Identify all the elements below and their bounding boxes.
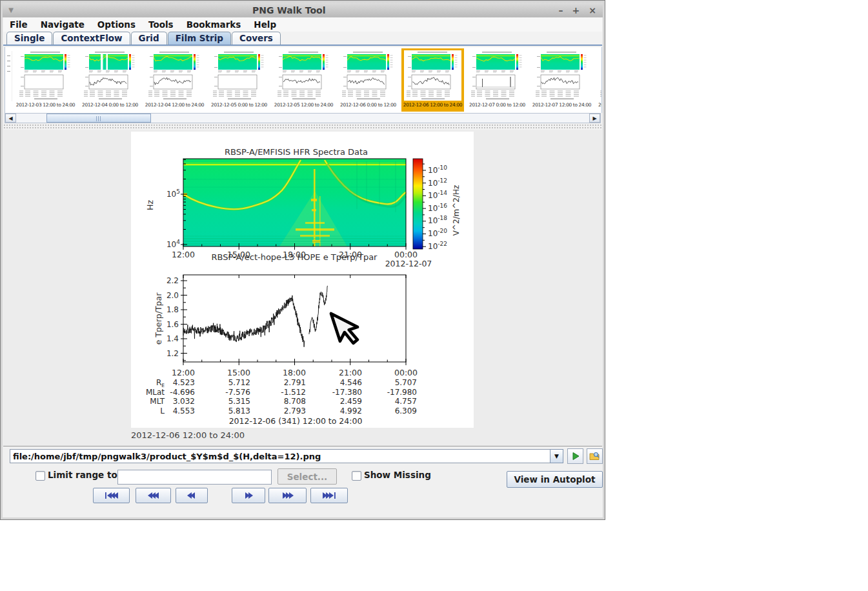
svg-text:MLT: MLT	[150, 397, 165, 406]
svg-text:RE: RE	[156, 378, 165, 388]
minimize-button[interactable]: –	[559, 6, 563, 15]
tab-grid[interactable]: Grid	[131, 32, 167, 45]
svg-text:5.315: 5.315	[228, 397, 250, 406]
svg-text:00:00: 00:00	[394, 368, 418, 377]
previous-fast-button[interactable]	[136, 488, 171, 503]
last-image-button[interactable]	[310, 488, 348, 503]
first-image-button[interactable]	[93, 488, 130, 503]
svg-text:5.707: 5.707	[395, 378, 417, 387]
maximize-button[interactable]: +	[572, 6, 580, 15]
reload-button[interactable]	[567, 448, 583, 464]
thumbnail-image	[81, 50, 139, 101]
control-panel: ▼ Limit range to: Select... Show Missing…	[3, 446, 602, 517]
svg-text:3.032: 3.032	[173, 397, 195, 406]
film-strip-thumbnail[interactable]: 2012-12-04 0:00 to 12:00	[79, 48, 141, 112]
window-title: PNG Walk Tool	[19, 5, 559, 15]
browse-folder-button[interactable]	[587, 448, 603, 464]
menu-file[interactable]: File	[3, 18, 34, 31]
previous-image-button[interactable]	[176, 488, 208, 503]
thumbnail-partial-left[interactable]	[6, 51, 12, 101]
svg-text:105: 105	[167, 188, 180, 199]
show-missing-label: Show Missing	[364, 470, 431, 480]
select-range-button[interactable]: Select...	[278, 468, 337, 485]
svg-text:-1.512: -1.512	[281, 388, 306, 397]
plot1-ylabel: Hz	[145, 200, 155, 210]
menu-bookmarks[interactable]: Bookmarks	[180, 18, 248, 31]
image-caption: 2012-12-06 12:00 to 24:00	[131, 430, 245, 440]
screen: { "window": {"title": "PNG Walk Tool", "…	[0, 0, 868, 591]
view-tabs: Single ContextFlow Grid Film Strip Cover…	[3, 32, 602, 46]
split-divider[interactable]	[3, 124, 602, 130]
scroll-left-button[interactable]: ◀	[5, 114, 16, 123]
film-strip-thumbnail[interactable]: 2012-12-05 0:00 to 12:00	[208, 48, 270, 112]
svg-text:4.546: 4.546	[340, 378, 362, 387]
plot2-yticks: 2.2 2.0 1.8 1.6 1.4 1.2	[167, 276, 179, 358]
svg-text:10-18: 10-18	[428, 215, 447, 225]
tab-film-strip[interactable]: Film Strip	[168, 32, 231, 45]
menu-options[interactable]: Options	[91, 18, 142, 31]
svg-text:4.757: 4.757	[395, 397, 417, 406]
close-button[interactable]: ×	[589, 6, 596, 15]
film-strip-thumbnail[interactable]: 2012-12-05 12:00 to 24:00	[272, 48, 335, 112]
window-menu-icon[interactable]: ▼	[3, 6, 19, 14]
tab-single[interactable]: Single	[6, 32, 52, 45]
scroll-right-button[interactable]: ▶	[589, 114, 600, 123]
show-missing-checkbox[interactable]	[352, 471, 361, 481]
film-strip-thumbnail[interactable]: 2012-12-07 0:00 to 12:00	[466, 48, 529, 112]
tab-contextflow[interactable]: ContextFlow	[53, 32, 130, 45]
thumbnail-label: 2012-12-05 12:00 to 24:00	[272, 102, 335, 108]
rewind-3-icon	[145, 492, 162, 499]
folder-search-icon	[589, 452, 600, 461]
menu-navigate[interactable]: Navigate	[34, 18, 91, 31]
thumbnail-image	[533, 50, 590, 101]
svg-text:L: L	[160, 406, 165, 416]
skip-to-first-icon	[103, 492, 120, 499]
thumbnail-image	[339, 50, 397, 101]
svg-text:10-10: 10-10	[428, 165, 447, 175]
film-strip-scrollbar[interactable]: ◀ ▶	[5, 113, 601, 123]
svg-text:104: 104	[167, 239, 180, 249]
film-strip-thumbnail[interactable]: 2012-12-04 12:00 to 24:00	[143, 48, 206, 112]
svg-text:5.712: 5.712	[228, 378, 250, 387]
svg-text:-17.980: -17.980	[387, 388, 417, 397]
menu-tools[interactable]: Tools	[142, 18, 180, 31]
film-strip-thumbnail[interactable]: 2012-12-06 0:00 to 12:00	[337, 48, 399, 112]
ephemeris-table: RE 4.523 5.712 2.791 4.546 5.707 MLat -4…	[146, 378, 417, 416]
svg-text:4.523: 4.523	[173, 378, 195, 387]
menu-bar: File Navigate Options Tools Bookmarks He…	[3, 17, 602, 32]
svg-text:15:00: 15:00	[227, 368, 250, 377]
film-strip-thumbnail[interactable]: 2012-12-06 12:00 to 24:00	[401, 48, 464, 112]
svg-text:10-16: 10-16	[428, 203, 447, 213]
limit-range-checkbox[interactable]	[35, 471, 45, 481]
image-viewer: RBSP-A/EMFISIS HFR Spectra Data	[3, 130, 602, 446]
svg-text:10-22: 10-22	[428, 241, 447, 251]
film-strip-thumbnail[interactable]: 2012-12-08 0:00 to 12:00	[595, 48, 602, 112]
film-strip-thumbnail[interactable]: 2012-12-07 12:00 to 24:00	[530, 48, 593, 112]
scrollbar-thumb[interactable]	[46, 114, 151, 123]
menu-help[interactable]: Help	[247, 18, 283, 31]
combobox-dropdown-button[interactable]: ▼	[550, 449, 563, 463]
thumbnail-image	[17, 50, 74, 101]
svg-text:2.791: 2.791	[284, 378, 306, 387]
thumbnail-label: 2012-12-05 0:00 to 12:00	[208, 102, 270, 108]
thumbnail-label: 2012-12-07 12:00 to 24:00	[530, 102, 593, 108]
plot1-x-date: 2012-12-07	[385, 259, 432, 268]
svg-text:-4.696: -4.696	[170, 388, 195, 397]
next-fast-button[interactable]	[268, 488, 307, 503]
tab-covers[interactable]: Covers	[232, 32, 281, 45]
colorbar	[413, 159, 423, 249]
forward-2-icon	[240, 492, 257, 499]
template-combobox-input[interactable]	[10, 449, 550, 463]
svg-text:-7.576: -7.576	[225, 388, 250, 397]
title-bar[interactable]: ▼ PNG Walk Tool – + ×	[3, 3, 603, 17]
thumbnail-label: 2012-12-08 0:00 to 12:00	[595, 102, 602, 108]
svg-text:4.992: 4.992	[340, 406, 362, 416]
limit-range-input[interactable]	[117, 470, 272, 485]
next-image-button[interactable]	[232, 488, 265, 503]
view-in-autoplot-button[interactable]: View in Autoplot	[507, 471, 603, 488]
thumbnail-image	[469, 50, 526, 101]
film-strip-thumbnail[interactable]: 2012-12-03 12:00 to 24:00	[14, 48, 77, 112]
svg-text:6.309: 6.309	[395, 406, 417, 416]
svg-text:12:00: 12:00	[172, 250, 195, 259]
plot2-xticks: 12:00 15:00 18:00 21:00 00:00	[172, 368, 418, 377]
